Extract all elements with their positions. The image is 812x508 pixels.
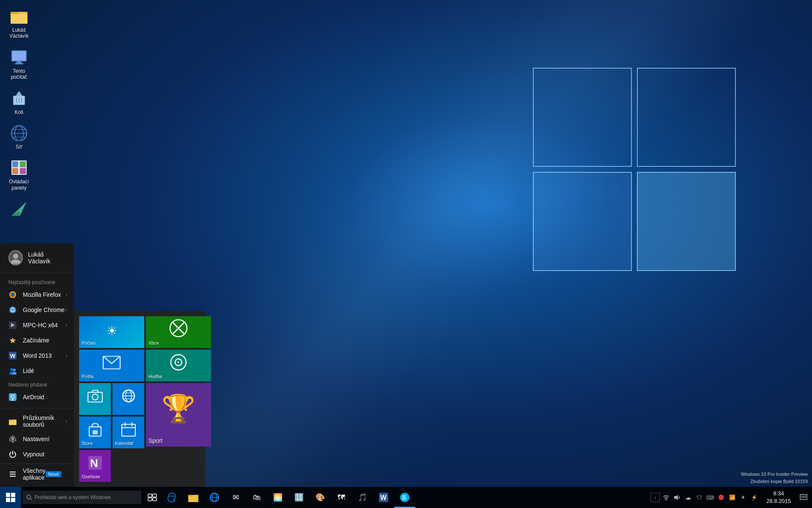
tile-hudba[interactable]: Hudba (146, 350, 211, 381)
taskbar-app-skype[interactable]: S (394, 487, 415, 508)
posta-label: Pošta (82, 374, 93, 379)
desktop-icon-control-panel[interactable]: Ovládacípanely (2, 156, 36, 193)
action-center-button[interactable] (795, 487, 812, 508)
desktop-icon-directmail[interactable] (2, 197, 36, 222)
lide-label: Lidé (23, 367, 34, 374)
svg-point-89 (666, 500, 667, 501)
tray-app2[interactable]: 📶 (727, 493, 737, 502)
desktop-icon-user[interactable]: LukášVáclavík (2, 4, 36, 42)
recently-added-label: Nedávno přidané (0, 378, 74, 389)
taskbar-app-explorer[interactable] (183, 487, 204, 508)
tile-ie[interactable] (112, 383, 144, 415)
tray-app3[interactable]: ✈ (738, 493, 748, 502)
svg-rect-67 (93, 430, 98, 434)
taskbar-clock[interactable]: 8:34 28.8.2015 (762, 490, 795, 505)
taskview-icon (148, 494, 157, 501)
tray-onedrive[interactable]: ☁ (683, 493, 693, 502)
frequently-used-label: Nejčastěji používané (0, 276, 74, 287)
taskbar-app-word2[interactable]: W (373, 487, 394, 508)
start-item-nastaveni[interactable]: Nastavení (0, 431, 74, 447)
vsechny-badge: Nové (46, 471, 62, 477)
user-icon-label: LukášVáclavík (9, 27, 28, 39)
kalendar-label: Kalendář (115, 441, 134, 446)
tray-app1[interactable]: 🔴 (716, 493, 726, 502)
tile-pocasi[interactable]: ☀ Počasí (79, 316, 144, 348)
nastaveni-icon (8, 435, 17, 443)
taskbar-taskview[interactable] (143, 487, 162, 508)
mpc-label: MPC-HC x64 (23, 322, 58, 329)
taskbar-search[interactable]: Prohledat web a systém Windows (23, 491, 141, 504)
tile-camera[interactable] (79, 383, 111, 415)
chrome-arrow: › (66, 307, 67, 313)
start-item-zaciname[interactable]: Začínáme (0, 333, 74, 348)
vypnout-icon (8, 450, 17, 458)
taskbar-app-edge[interactable] (162, 487, 183, 508)
tile-xbox[interactable]: Xbox (146, 316, 211, 348)
zaciname-icon (8, 336, 17, 345)
desktop-icon-computer[interactable]: Tento počítač (2, 45, 36, 83)
computer-icon (10, 48, 28, 66)
start-frequently-used: Nejčastěji používané Mozilla Firefox › (0, 273, 74, 408)
xbox-label: Xbox (148, 340, 159, 345)
svg-marker-90 (674, 495, 678, 500)
tray-wifi[interactable] (661, 493, 671, 502)
svg-point-60 (92, 394, 98, 400)
tile-store[interactable]: Store (79, 417, 111, 448)
directmail-icon (10, 199, 28, 218)
start-item-vsechny[interactable]: Všechny aplikace Nové (0, 464, 74, 484)
tray-security[interactable]: 🛡 (694, 493, 704, 502)
svg-point-27 (11, 260, 21, 264)
windows-info: Windows 10 Pro Insider PreviewZkušební k… (741, 471, 808, 485)
start-user-section[interactable]: Lukáš Václavík (0, 243, 74, 273)
start-item-firefox[interactable]: Mozilla Firefox › (0, 287, 74, 302)
start-item-mpc[interactable]: MPC-HC x64 › (0, 318, 74, 333)
taskbar-app-mail[interactable]: ✉ (225, 487, 246, 508)
desktop: LukášVáclavík Tento počítač (0, 0, 812, 508)
svg-point-58 (178, 361, 179, 363)
svg-text:W: W (10, 353, 16, 359)
start-button[interactable] (0, 487, 21, 508)
windows-logo (533, 68, 736, 271)
tile-kalendar[interactable]: Kalendář (112, 417, 144, 448)
svg-text:S: S (402, 494, 406, 501)
desktop-icon-recycle[interactable]: Koš (2, 86, 36, 118)
start-item-chrome[interactable]: Google Chrome › (0, 302, 74, 318)
network-icon-label: Síť (16, 144, 22, 150)
start-item-lide[interactable]: Lidé (0, 363, 74, 378)
start-item-airdroid[interactable]: AirDroid (0, 389, 74, 405)
tray-expand[interactable]: ‹ (650, 493, 660, 502)
start-item-word[interactable]: W Word 2013 › (0, 348, 74, 363)
tile-sport[interactable]: 🏆 Sport (146, 383, 211, 447)
mpc-icon (8, 321, 17, 329)
recycle-icon-label: Koš (15, 109, 24, 115)
sport-icon: 🏆 (162, 393, 195, 425)
user-folder-icon (10, 7, 28, 25)
start-item-pruzkumnik[interactable]: Průzkumník souborů › (0, 411, 74, 431)
tile-posta[interactable]: Pošta (79, 350, 144, 381)
hudba-label: Hudba (148, 374, 162, 379)
word-icon: W (8, 351, 17, 360)
tray-volume[interactable] (672, 493, 682, 502)
desktop-icon-network[interactable]: Síť (2, 121, 36, 152)
taskbar-app-ie[interactable] (204, 487, 225, 508)
tray-extra1[interactable]: ⌨ (705, 493, 715, 502)
search-placeholder: Prohledat web a systém Windows (35, 494, 111, 500)
taskbar-app-store2[interactable]: 🛍 (246, 487, 267, 508)
firefox-arrow: › (66, 292, 67, 298)
taskbar-app-photos[interactable]: 🌅 (267, 487, 288, 508)
start-item-vypnout[interactable]: Vypnout (0, 447, 74, 462)
word-label: Word 2013 (23, 352, 52, 359)
tray-app4[interactable]: ⚡ (749, 493, 759, 502)
svg-point-40 (13, 369, 16, 371)
svg-text:N: N (90, 457, 98, 469)
tile-onenote[interactable]: N OneNote (79, 450, 111, 482)
taskbar-app-paint[interactable]: 🎨 (310, 487, 331, 508)
taskbar-app-calc[interactable]: 🔢 (288, 487, 310, 508)
ie-icon (121, 388, 136, 406)
taskbar-app-maps[interactable]: 🗺 (331, 487, 352, 508)
xbox-icon (169, 319, 188, 341)
airdroid-icon (8, 393, 17, 401)
control-panel-icon (10, 158, 28, 177)
taskbar-app-groove[interactable]: 🎵 (352, 487, 373, 508)
posta-icon (103, 356, 121, 372)
